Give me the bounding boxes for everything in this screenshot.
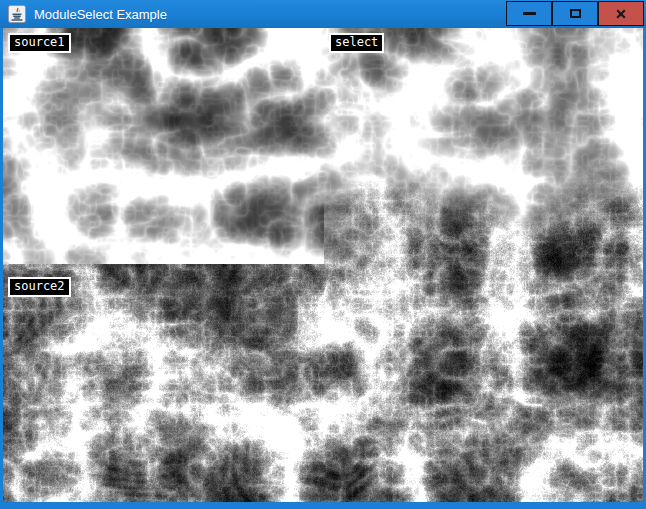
close-button[interactable]: [598, 1, 644, 26]
image-label-source2: source2: [8, 277, 71, 297]
titlebar[interactable]: ModuleSelect Example: [0, 0, 646, 28]
window-controls: [506, 1, 644, 26]
maximize-button[interactable]: [552, 1, 598, 26]
java-app-icon[interactable]: [8, 5, 26, 23]
java-logo-icon: [8, 5, 26, 23]
render-area: source1 select source2: [3, 28, 643, 502]
image-label-select: select: [329, 33, 384, 53]
image-label-source1: source1: [8, 33, 71, 53]
noise-image-canvas: [3, 28, 643, 502]
app-window: ModuleSelect Example source1 select sour…: [0, 0, 646, 509]
minimize-icon: [523, 12, 536, 15]
minimize-button[interactable]: [506, 1, 552, 26]
maximize-icon: [570, 9, 581, 18]
close-icon: [614, 7, 628, 21]
window-title: ModuleSelect Example: [34, 7, 167, 22]
